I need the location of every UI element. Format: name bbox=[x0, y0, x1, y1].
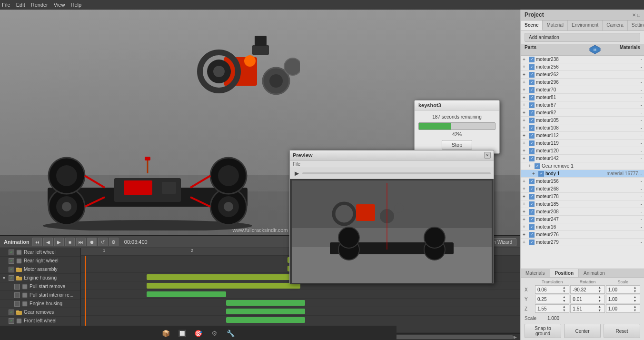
part-checkbox[interactable] bbox=[529, 179, 535, 184]
animation-tracks[interactable]: Rear left wheelRear right wheelMotor ass… bbox=[0, 248, 81, 333]
part-checkbox[interactable] bbox=[529, 232, 535, 238]
pos-tab-animation[interactable]: Animation bbox=[579, 269, 610, 277]
track-checkbox[interactable] bbox=[14, 284, 20, 290]
part-checkbox[interactable] bbox=[529, 102, 535, 108]
reset-button[interactable]: Reset bbox=[604, 324, 640, 338]
pos-x-scale[interactable]: 1.00 ▲ ▼ bbox=[606, 285, 640, 294]
3d-viewport[interactable]: keyshot3 187 seconds remaining 42% Stop … bbox=[0, 10, 520, 340]
track-checkbox[interactable] bbox=[14, 301, 20, 307]
part-row[interactable]: +moteur87- bbox=[521, 101, 644, 109]
part-row[interactable]: +moteur208- bbox=[521, 208, 644, 216]
pos-x-scale-down[interactable]: ▼ bbox=[632, 290, 638, 293]
part-expand-button[interactable]: + bbox=[523, 224, 527, 230]
part-expand-button[interactable]: + bbox=[523, 87, 527, 92]
timeline-bar[interactable] bbox=[226, 309, 305, 314]
part-checkbox[interactable] bbox=[529, 72, 535, 78]
bottom-icon-4[interactable]: ⚙ bbox=[209, 328, 220, 339]
part-row[interactable]: +Gear remove 1 bbox=[521, 162, 644, 170]
tab-scene[interactable]: Scene bbox=[521, 20, 543, 30]
pos-z-scale-down[interactable]: ▼ bbox=[632, 309, 638, 312]
part-expand-button[interactable]: + bbox=[523, 240, 527, 245]
part-row[interactable]: +moteur296- bbox=[521, 79, 644, 86]
pos-z-translation[interactable]: 1.55 ▲ ▼ bbox=[535, 304, 569, 313]
part-expand-button[interactable]: + bbox=[532, 171, 537, 176]
part-checkbox[interactable] bbox=[535, 163, 540, 169]
part-row[interactable]: +moteur185- bbox=[521, 200, 644, 208]
part-checkbox[interactable] bbox=[529, 156, 535, 161]
pos-y-trans-down[interactable]: ▼ bbox=[561, 299, 567, 303]
part-row[interactable]: +moteur16- bbox=[521, 223, 644, 231]
track-checkbox[interactable] bbox=[9, 318, 14, 324]
part-row[interactable]: +moteur142- bbox=[521, 155, 644, 162]
pos-z-scale-up[interactable]: ▲ bbox=[632, 305, 638, 309]
anim-play-button[interactable]: ▶ bbox=[54, 238, 64, 246]
part-expand-button[interactable]: + bbox=[523, 186, 527, 191]
part-row[interactable]: +moteur256- bbox=[521, 63, 644, 71]
pos-z-scale[interactable]: 1.00 ▲ ▼ bbox=[606, 304, 640, 313]
pos-z-scale-spinners[interactable]: ▲ ▼ bbox=[632, 305, 638, 312]
anim-record-button[interactable]: ⏺ bbox=[87, 238, 97, 246]
part-checkbox[interactable] bbox=[529, 118, 535, 123]
track-checkbox[interactable] bbox=[9, 310, 14, 315]
part-checkbox[interactable] bbox=[529, 186, 535, 192]
bottom-icon-5[interactable]: 🔧 bbox=[226, 328, 236, 339]
pos-x-translation-spinners[interactable]: ▲ ▼ bbox=[561, 286, 567, 293]
timeline-bar[interactable] bbox=[147, 291, 226, 297]
stop-button[interactable]: Stop bbox=[442, 140, 473, 150]
animation-track-row[interactable]: Rear left wheel bbox=[0, 248, 80, 257]
part-row[interactable]: +moteur268- bbox=[521, 185, 644, 193]
part-row[interactable]: +moteur92- bbox=[521, 109, 644, 117]
part-row[interactable]: +moteur178- bbox=[521, 193, 644, 200]
part-row[interactable]: +moteur276- bbox=[521, 231, 644, 239]
track-checkbox[interactable] bbox=[14, 292, 20, 298]
part-checkbox[interactable] bbox=[529, 140, 535, 146]
menu-render[interactable]: Render bbox=[31, 2, 48, 8]
pos-y-scale-spinners[interactable]: ▲ ▼ bbox=[632, 295, 638, 303]
preview-close-button[interactable]: × bbox=[484, 152, 491, 159]
pos-tab-materials[interactable]: Materials bbox=[521, 269, 550, 277]
part-row[interactable]: +moteur262- bbox=[521, 71, 644, 79]
part-row[interactable]: +moteur70- bbox=[521, 86, 644, 94]
part-row[interactable]: +body 1material 16777... bbox=[521, 170, 644, 178]
menu-edit[interactable]: Edit bbox=[16, 2, 25, 8]
timeline-bar[interactable] bbox=[226, 300, 305, 306]
pos-y-trans-up[interactable]: ▲ bbox=[561, 295, 567, 299]
scroll-right-button[interactable]: ▶ bbox=[514, 335, 518, 340]
menu-file[interactable]: File bbox=[2, 2, 10, 8]
project-close-button[interactable]: ✕ □ bbox=[632, 12, 640, 18]
track-checkbox[interactable] bbox=[9, 250, 14, 255]
part-expand-button[interactable]: + bbox=[523, 217, 527, 222]
timeline-bar[interactable] bbox=[147, 283, 300, 289]
animation-track-row[interactable]: Rear right wheel bbox=[0, 257, 80, 265]
part-expand-button[interactable]: + bbox=[523, 80, 527, 85]
track-checkbox[interactable] bbox=[9, 275, 14, 281]
part-checkbox[interactable] bbox=[529, 125, 535, 131]
anim-prev-button[interactable]: ◀ bbox=[43, 238, 53, 246]
pos-y-translation[interactable]: 0.25 ▲ ▼ bbox=[535, 295, 569, 303]
anim-options-button[interactable]: ⚙ bbox=[109, 238, 119, 246]
part-expand-button[interactable]: + bbox=[523, 156, 527, 161]
part-row[interactable]: +moteur279- bbox=[521, 239, 644, 246]
menu-help[interactable]: Help bbox=[70, 2, 81, 8]
part-checkbox[interactable] bbox=[529, 133, 535, 139]
preview-play-button[interactable]: ▶ bbox=[293, 170, 300, 177]
pos-z-rot-down[interactable]: ▼ bbox=[597, 309, 603, 312]
pos-y-rotation-spinners[interactable]: ▲ ▼ bbox=[597, 295, 603, 303]
center-button[interactable]: Center bbox=[564, 324, 601, 338]
part-row[interactable]: +moteur119- bbox=[521, 140, 644, 147]
pos-z-translation-spinners[interactable]: ▲ ▼ bbox=[561, 305, 567, 312]
part-checkbox[interactable] bbox=[538, 171, 544, 177]
animation-track-row[interactable]: Front left wheel bbox=[0, 317, 80, 325]
part-checkbox[interactable] bbox=[529, 217, 535, 222]
part-checkbox[interactable] bbox=[529, 87, 535, 93]
pos-x-rot-down[interactable]: ▼ bbox=[597, 290, 603, 293]
part-expand-button[interactable]: + bbox=[523, 57, 527, 62]
part-checkbox[interactable] bbox=[529, 224, 535, 230]
animation-track-row[interactable]: Pull start remove bbox=[0, 282, 80, 291]
pos-x-translation[interactable]: 0.06 ▲ ▼ bbox=[535, 285, 569, 294]
part-expand-button[interactable]: + bbox=[528, 163, 533, 169]
part-expand-button[interactable]: + bbox=[523, 140, 527, 146]
part-expand-button[interactable]: + bbox=[523, 118, 527, 123]
part-expand-button[interactable]: + bbox=[523, 95, 527, 100]
part-expand-button[interactable]: + bbox=[523, 133, 527, 138]
